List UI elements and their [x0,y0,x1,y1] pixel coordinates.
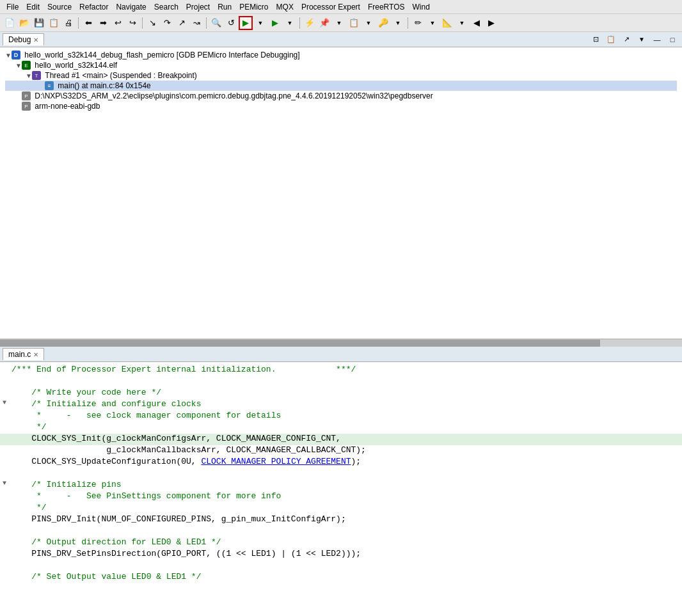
editor-content[interactable]: /*** End of Processor Expert internal in… [0,362,682,616]
toolbar-save2[interactable]: 📋 [47,16,61,30]
toolbar-last-edit[interactable]: ↩ [111,16,125,30]
debug-panel: Debug ✕ ⊡ 📋 ↗ ▼ — □ ▼ D hello_world_s32k… [0,32,682,339]
toolbar-save[interactable]: 💾 [32,16,46,30]
code-line-blank3 [0,526,682,537]
debug-elf-item[interactable]: ▼ E hello_world_s32k144.elf [5,60,677,70]
toolbar-key[interactable]: 🔑 [376,16,390,30]
code-text-1: /*** End of Processor Expert internal in… [12,365,679,374]
toolbar-task-dropdown[interactable]: ▼ [361,16,376,30]
toolbar-step-over[interactable]: ↷ [160,16,174,30]
toolbar-new[interactable]: 📄 [3,16,17,30]
debug-tab[interactable]: Debug ✕ [3,33,44,45]
sep3 [206,17,207,29]
toolbar-run-to-line[interactable]: ↝ [189,16,203,30]
sep5 [408,17,408,29]
clock-policy-link[interactable]: CLOCK_MANAGER_POLICY_AGREEMENT [201,457,351,466]
menu-run[interactable]: Run [214,3,235,12]
menu-edit[interactable]: Edit [22,3,44,12]
code-text-3: /* Initialize and configure clocks [12,399,679,409]
toolbar-search[interactable]: 🔍 [209,16,223,30]
toolbar-forward[interactable]: ▶ [484,16,498,30]
fold-1[interactable] [3,365,12,372]
toolbar-key-dropdown[interactable]: ▼ [391,16,405,30]
toolbar-task[interactable]: 📋 [347,16,361,30]
menu-search[interactable]: Search [150,3,182,12]
menu-source[interactable]: Source [44,3,75,12]
debug-toolbar-properties[interactable]: ⊡ [589,33,603,47]
thread-arrow: ▼ [26,72,32,79]
debug-process1-item[interactable]: P D:\NXP\S32DS_ARM_v2.2\eclipse\plugins\… [5,91,677,101]
debug-session-item[interactable]: ▼ D hello_world_s32k144_debug_flash_pemi… [5,50,677,60]
debug-scrollbar[interactable] [0,339,682,347]
frame-label: main() at main.c:84 0x154e [58,81,150,90]
editor-tab-close[interactable]: ✕ [33,351,38,358]
toolbar-next-edit[interactable]: ↪ [125,16,139,30]
toolbar-pin-dropdown[interactable]: ▼ [332,16,346,30]
menu-refactor[interactable]: Refactor [75,3,112,12]
toolbar-run-dropdown[interactable]: ▼ [253,16,267,30]
toolbar-back[interactable]: ◀ [470,16,484,30]
fold-9[interactable]: ▼ [3,480,12,487]
frame-icon: ≡ [45,81,54,90]
debug-process2-item[interactable]: P arm-none-eabi-gdb [5,101,677,111]
scrollbar-thumb[interactable] [0,340,600,347]
code-line-7: g_clockManCallbacksArr, CLOCK_MANAGER_CA… [0,445,682,457]
toolbar-step-into[interactable]: ↘ [145,16,159,30]
debug-tab-close[interactable]: ✕ [33,36,38,43]
code-line-blank1 [0,376,682,388]
code-text-10: * - See PinSettings component for more i… [12,491,679,501]
toolbar-debug-group: ⬅ ➡ ↩ ↪ [81,16,139,30]
menu-wind[interactable]: Wind [409,3,434,12]
editor-panel: main.c ✕ /*** End of Processor Expert in… [0,347,682,616]
debug-thread-item[interactable]: ▼ T Thread #1 <main> (Suspended : Breakp… [5,70,677,81]
debug-toolbar-dropdown[interactable]: ▼ [635,33,649,47]
menu-mqx[interactable]: MQX [273,3,297,12]
elf-label: hello_world_s32k144.elf [35,61,117,70]
toolbar-pen[interactable]: ✏ [411,16,425,30]
menu-navigate[interactable]: Navigate [112,3,150,12]
toolbar-pin[interactable]: 📌 [317,16,331,30]
toolbar-refresh[interactable]: ↺ [224,16,238,30]
debug-toolbar-maximize[interactable]: □ [665,33,679,47]
toolbar-next-annotation[interactable]: ➡ [96,16,110,30]
sep4 [299,17,300,29]
menu-processor-expert[interactable]: Processor Expert [297,3,364,12]
code-text-8: CLOCK_SYS_UpdateConfiguration(0U, CLOCK_… [12,457,679,466]
code-line-5: */ [0,422,682,434]
menu-freertos[interactable]: FreeRTOS [364,3,409,12]
toolbar: 📄 📂 💾 📋 🖨 ⬅ ➡ ↩ ↪ ↘ ↷ ↗ ↝ 🔍 ↺ ▶ ▼ ▶ ▼ ⚡ … [0,14,682,32]
toolbar-ruler-dropdown[interactable]: ▼ [455,16,469,30]
code-line-8: CLOCK_SYS_UpdateConfiguration(0U, CLOCK_… [0,457,682,468]
fold-3[interactable]: ▼ [3,399,12,406]
debug-toolbar-minimize[interactable]: — [650,33,664,47]
fold-8 [3,457,12,464]
debug-toolbar-expand[interactable]: ↗ [619,33,633,47]
toolbar-run2[interactable]: ▶ [268,16,282,30]
debug-frame-item[interactable]: ≡ main() at main.c:84 0x154e [5,81,677,91]
editor-tab[interactable]: main.c ✕ [3,348,44,360]
toolbar-prev-annotation[interactable]: ⬅ [81,16,95,30]
toolbar-pen-dropdown[interactable]: ▼ [425,16,440,30]
menu-project[interactable]: Project [182,3,214,12]
toolbar-run-button[interactable]: ▶ [239,16,253,30]
elf-icon: E [22,61,31,70]
toolbar-profile[interactable]: ⚡ [303,16,317,30]
thread-label: Thread #1 <main> (Suspended : Breakpoint… [45,71,196,80]
process1-label: D:\NXP\S32DS_ARM_v2.2\eclipse\plugins\co… [35,91,432,100]
menu-file[interactable]: File [3,3,22,12]
fold-2[interactable] [3,388,12,395]
sep1 [78,17,79,29]
toolbar-run2-dropdown[interactable]: ▼ [283,16,297,30]
fold-4 [3,411,12,418]
menu-bar: File Edit Source Refactor Navigate Searc… [0,0,682,14]
toolbar-open[interactable]: 📂 [17,16,31,30]
toolbar-ruler[interactable]: 📐 [440,16,454,30]
toolbar-run-group: 🔍 ↺ ▶ ▼ ▶ ▼ [209,16,297,30]
code-text-13: /* Output direction for LED0 & LED1 */ [12,537,679,547]
debug-toolbar-copy[interactable]: 📋 [604,33,618,47]
toolbar-print[interactable]: 🖨 [61,16,75,30]
toolbar-step-return[interactable]: ↗ [175,16,189,30]
menu-pemicro[interactable]: PEMicro [235,3,272,12]
code-line-9: ▼ /* Initialize pins [0,480,682,491]
code-line-1: /*** End of Processor Expert internal in… [0,365,682,376]
